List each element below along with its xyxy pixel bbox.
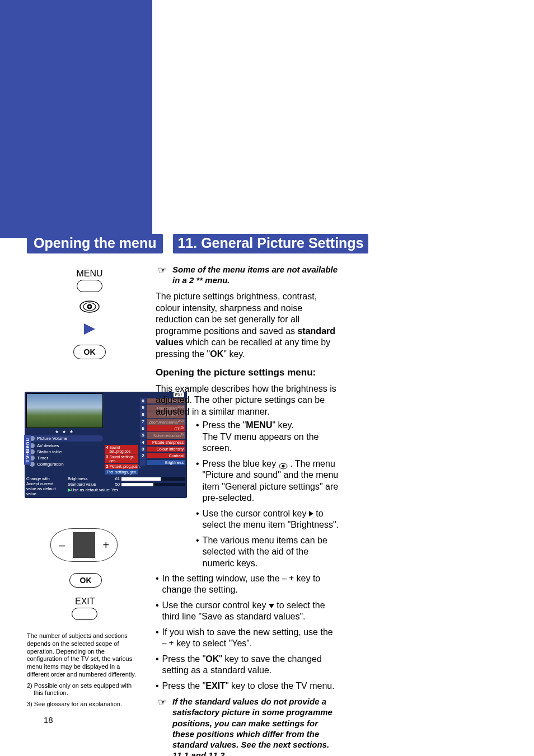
- bullets-indented: Press the "MENU" key. The TV menu appear…: [156, 420, 340, 569]
- ok-button-icon-2: OK: [69, 573, 102, 588]
- bullet-press-ok: Press the "OK" key to save the changed s…: [156, 654, 340, 677]
- bullet-cursor-right: Use the cursor control key to select the…: [196, 508, 340, 531]
- subhead: Opening the picture settings menu:: [156, 367, 340, 379]
- triangle-right-icon: [309, 511, 313, 516]
- osd-stars: ★ ★ ★: [26, 429, 103, 434]
- exit-button-icon: [72, 608, 97, 620]
- header-opening-menu: Opening the menu: [27, 234, 163, 253]
- intro-paragraph: The picture settings brightness, contras…: [156, 291, 340, 360]
- footnote-intro: The number of subjects and sections depe…: [27, 632, 141, 679]
- cursor-right-icon: [84, 323, 95, 335]
- triangle-down-icon: [269, 604, 274, 608]
- body-content: ☞ Some of the menu items are not availab…: [156, 264, 340, 756]
- note-bottom: ☞ If the standard values do not provide …: [156, 696, 340, 756]
- bullet-press-exit: Press the "EXIT" key to close the TV men…: [156, 680, 340, 692]
- osd-item-configuration: Configuration: [26, 461, 103, 467]
- bullet-change-setting: In the setting window, use the – + key t…: [156, 573, 340, 596]
- osd-item-station-table: Station table: [26, 449, 103, 455]
- footnote-2: 2) Possible only on sets equipped with t…: [27, 682, 141, 698]
- exit-label: EXIT: [75, 597, 95, 607]
- header-row: Opening the menu 11. General Picture Set…: [27, 234, 368, 253]
- minus-side: –: [51, 529, 73, 561]
- bullet-press-blue: Press the blue key . The menu "Picture a…: [196, 458, 340, 504]
- bullet-press-menu: Press the "MENU" key. The TV menu appear…: [196, 420, 340, 454]
- osd-side-label: TV-Menu: [24, 435, 31, 465]
- pointing-hand-icon: ☞: [156, 696, 169, 756]
- page-number: 18: [44, 715, 53, 725]
- osd-item-picture-volume: Picture-Volume: [26, 435, 103, 442]
- example-paragraph: This example describes how the brightnes…: [156, 383, 340, 417]
- plus-side: +: [95, 529, 117, 561]
- note-bottom-text: If the standard values do not provide a …: [172, 696, 340, 756]
- footnotes: The number of subjects and sections depe…: [27, 632, 141, 712]
- menu-label: MENU: [27, 269, 152, 279]
- pointing-hand-icon: ☞: [156, 264, 169, 285]
- svg-point-3: [88, 306, 91, 308]
- header-title: 11. General Picture Settings: [173, 234, 368, 253]
- bullet-save-yes: If you wish to save the new setting, use…: [156, 627, 340, 650]
- rocker-plus-minus-icon: – +: [50, 528, 118, 562]
- eye-icon-inline: [279, 461, 288, 468]
- note-text: Some of the menu items are not available…: [172, 264, 340, 285]
- bullet-cursor-down: Use the cursor control key to select the…: [156, 600, 340, 623]
- note-top: ☞ Some of the menu items are not availab…: [156, 264, 340, 285]
- bullet-numeric-keys: The various menu items can be selected w…: [196, 535, 340, 569]
- menu-button-icon: [77, 280, 102, 292]
- footnote-3: 3) See glossary for an explanation.: [27, 701, 141, 708]
- decorative-blue-block: [0, 0, 152, 238]
- osd-red-submenu: 4Sound set.,prog.pos 3Sound settings, ge…: [105, 393, 138, 475]
- osd-item-av-devices: AV devices: [26, 443, 103, 449]
- osd-preview-thumb: [26, 393, 103, 428]
- bullets-wide: In the setting window, use the – + key t…: [156, 573, 340, 692]
- ok-button-icon: OK: [73, 345, 106, 359]
- left-column: MENU OK: [27, 269, 152, 369]
- osd-item-timer: Timer: [26, 455, 103, 461]
- svg-point-5: [282, 464, 284, 467]
- eye-icon: [79, 300, 100, 313]
